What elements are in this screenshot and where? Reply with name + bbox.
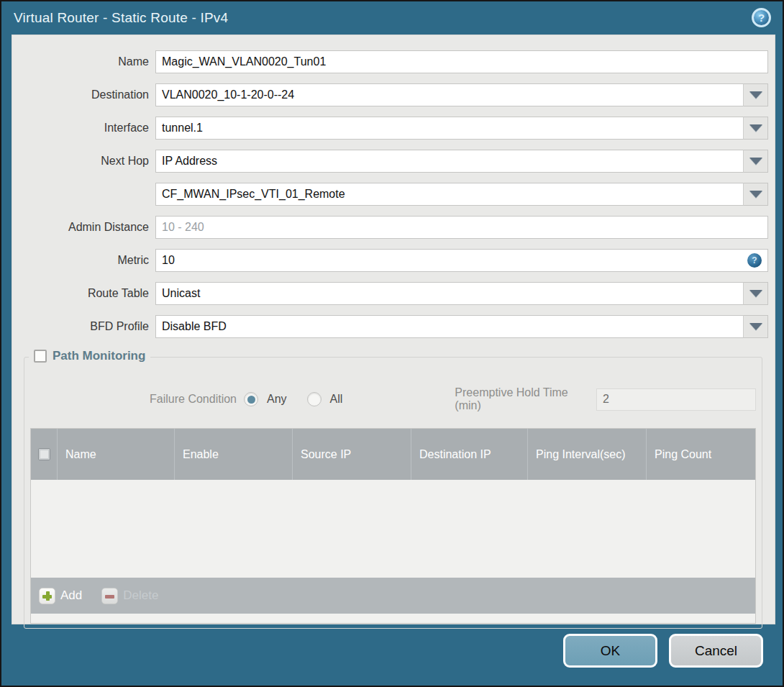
ok-button[interactable]: OK [563,634,657,668]
plus-icon [39,588,55,604]
next-hop-address-dropdown-button[interactable] [743,183,768,206]
delete-button-label: Delete [123,588,158,603]
dialog-title: Virtual Router - Static Route - IPv4 [14,10,228,26]
path-monitoring-checkbox[interactable] [34,350,47,363]
dialog-footer: OK Cancel [563,634,763,668]
path-monitoring-label: Path Monitoring [53,349,145,363]
metric-input[interactable] [155,249,768,272]
form-row-route-table: Route Table [12,282,768,305]
dialog-content: Name Destination Interface [12,35,775,624]
static-route-dialog: Virtual Router - Static Route - IPv4 ? N… [0,0,784,687]
metric-info-icon[interactable]: ? [747,253,762,268]
name-input[interactable] [155,50,768,73]
destination-dropdown-button[interactable] [743,83,768,106]
chevron-down-icon [749,191,762,198]
form-row-interface: Interface [12,117,768,140]
failure-condition-radio-group: Any All [244,392,342,406]
column-header-enable[interactable]: Enable [174,429,292,480]
add-button[interactable]: Add [39,588,82,604]
interface-dropdown-button[interactable] [743,117,768,140]
interface-label: Interface [12,122,155,135]
minus-icon [101,588,118,604]
path-monitoring-table: Name Enable Source IP Destination IP Pin… [30,428,756,624]
dialog-titlebar: Virtual Router - Static Route - IPv4 ? [1,1,783,34]
metric-label: Metric [12,254,155,267]
preemptive-hold-time-input[interactable] [596,388,756,411]
radio-any-icon[interactable] [244,392,258,406]
chevron-down-icon [749,91,762,99]
select-all-checkbox[interactable] [38,448,50,460]
table-toolbar: Add Delete [31,578,755,614]
destination-input[interactable] [155,83,768,106]
column-header-source-ip[interactable]: Source IP [292,429,411,480]
next-hop-address-input[interactable] [155,183,768,206]
radio-all-icon[interactable] [307,392,322,406]
form-row-metric: Metric ? [12,249,768,272]
help-icon[interactable]: ? [752,8,771,27]
bfd-profile-dropdown-button[interactable] [743,315,768,338]
route-table-input[interactable] [155,282,768,305]
next-hop-label: Next Hop [12,155,155,168]
radio-all-label: All [330,393,343,406]
failure-condition-label: Failure Condition [30,393,244,406]
radio-option-any[interactable]: Any [244,392,287,406]
path-monitoring-fieldset: Path Monitoring Failure Condition Any Al… [24,357,762,629]
preemptive-hold-time-label: Preemptive Hold Time (min) [455,386,596,412]
column-header-name[interactable]: Name [57,429,174,480]
add-button-label: Add [60,588,82,603]
column-header-ping-interval[interactable]: Ping Interval(sec) [527,429,646,480]
radio-any-label: Any [267,393,287,406]
chevron-down-icon [749,290,762,297]
destination-label: Destination [12,88,155,101]
column-header-ping-count[interactable]: Ping Count [646,429,755,480]
bfd-profile-label: BFD Profile [12,320,155,333]
route-table-dropdown-button[interactable] [743,282,768,305]
table-body-empty [31,480,755,578]
form-row-name: Name [12,50,768,73]
delete-button: Delete [101,588,158,604]
next-hop-type-input[interactable] [155,150,768,173]
admin-distance-label: Admin Distance [12,221,155,234]
name-label: Name [12,55,155,68]
interface-input[interactable] [155,117,768,140]
chevron-down-icon [749,158,762,165]
cancel-button[interactable]: Cancel [669,634,763,668]
form-row-admin-distance: Admin Distance [12,216,768,239]
chevron-down-icon [749,124,762,132]
path-monitoring-toggle[interactable]: Path Monitoring [29,349,150,363]
next-hop-type-dropdown-button[interactable] [743,150,768,173]
path-monitoring-controls: Failure Condition Any All Preemptive Hol… [30,386,756,412]
chevron-down-icon [749,323,762,330]
form-row-next-hop: Next Hop [12,150,768,173]
bfd-profile-input[interactable] [155,315,768,338]
form-row-destination: Destination [12,83,768,106]
table-header-row: Name Enable Source IP Destination IP Pin… [31,429,755,480]
column-header-destination-ip[interactable]: Destination IP [411,429,527,480]
form-row-bfd-profile: BFD Profile [12,315,768,338]
route-table-label: Route Table [12,287,155,300]
select-all-cell [31,429,57,480]
radio-option-all[interactable]: All [307,392,343,406]
admin-distance-input[interactable] [155,216,768,239]
form-row-next-hop-address [12,183,768,206]
